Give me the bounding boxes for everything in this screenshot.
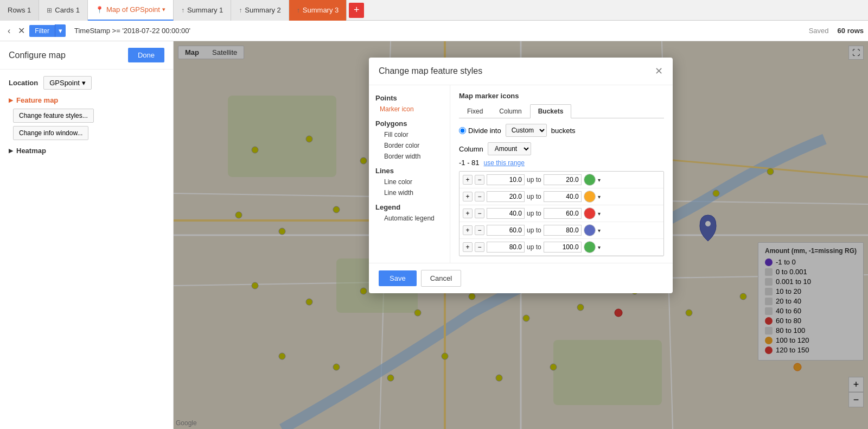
summary1-icon: ↑ bbox=[181, 7, 184, 14]
heatmap-section[interactable]: ▶ Heatmap bbox=[9, 147, 164, 155]
bucket-remove-1[interactable]: − bbox=[475, 175, 484, 185]
modal-close-button[interactable]: ✕ bbox=[655, 65, 663, 77]
bucket-remove-4[interactable]: − bbox=[475, 225, 484, 235]
border-width-item[interactable]: Border width bbox=[375, 152, 443, 161]
tab-fixed[interactable]: Fixed bbox=[459, 104, 491, 118]
divide-into-radio[interactable]: Divide into bbox=[459, 127, 501, 135]
modal: Change map feature styles ✕ Points Marke… bbox=[369, 58, 673, 293]
bucket-add-3[interactable]: + bbox=[463, 209, 473, 218]
bucket-from-5[interactable] bbox=[487, 242, 525, 253]
inner-tabs: Fixed Column Buckets bbox=[459, 104, 664, 118]
heatmap-label: Heatmap bbox=[16, 147, 46, 155]
nav-back-arrow[interactable]: ‹ bbox=[4, 26, 14, 36]
tab-cards[interactable]: ⊞ Cards 1 bbox=[39, 0, 88, 21]
bucket-color-dropdown-3[interactable]: ▾ bbox=[598, 211, 601, 217]
bucket-add-5[interactable]: + bbox=[463, 242, 473, 252]
change-feature-styles-button[interactable]: Change feature styles... bbox=[13, 109, 94, 123]
fill-color-item[interactable]: Fill color bbox=[375, 130, 443, 140]
close-button[interactable]: ✕ bbox=[18, 26, 25, 36]
modal-body: Points Marker icon Polygons Fill color B… bbox=[369, 85, 673, 263]
bucket-remove-5[interactable]: − bbox=[475, 242, 484, 252]
bucket-color-5[interactable] bbox=[584, 241, 596, 253]
bucket-color-2[interactable] bbox=[584, 191, 596, 203]
tab-summary1[interactable]: ↑ Summary 1 bbox=[174, 0, 231, 21]
summary2-icon: ↑ bbox=[239, 7, 242, 14]
tab-column[interactable]: Column bbox=[491, 104, 529, 118]
change-info-window-button[interactable]: Change info window... bbox=[13, 126, 88, 140]
bucket-from-2[interactable] bbox=[487, 191, 525, 202]
filter-dropdown-button[interactable]: ▾ bbox=[55, 24, 66, 37]
bucket-to-2[interactable] bbox=[544, 191, 582, 202]
gpspoint-dropdown[interactable]: GPSpoint ▾ bbox=[43, 76, 92, 90]
bucket-color-4[interactable] bbox=[584, 224, 596, 236]
tab-rows-label: Rows 1 bbox=[8, 6, 31, 14]
line-width-item[interactable]: Line width bbox=[375, 188, 443, 198]
bucket-from-3[interactable] bbox=[487, 208, 525, 219]
bucket-upto-label-1: up to bbox=[527, 176, 541, 184]
tab-summary2-label: Summary 2 bbox=[245, 6, 280, 14]
tab-summary2[interactable]: ↑ Summary 2 bbox=[231, 0, 289, 21]
buckets-label: buckets bbox=[551, 127, 576, 135]
divide-into-radio-input[interactable] bbox=[459, 127, 466, 134]
tab-map[interactable]: 📍 Map of GPSpoint ▾ bbox=[88, 0, 174, 21]
rows-count: 60 rows bbox=[838, 27, 864, 35]
bucket-list: + − up to ▾ + − bbox=[459, 171, 664, 256]
lines-title: Lines bbox=[375, 167, 443, 175]
bucket-add-1[interactable]: + bbox=[463, 175, 473, 185]
border-color-item[interactable]: Border color bbox=[375, 141, 443, 150]
custom-select[interactable]: Custom bbox=[506, 124, 547, 137]
filter-group: Filter ▾ bbox=[29, 24, 66, 37]
bucket-row-1: + − up to ▾ bbox=[459, 172, 663, 188]
bucket-to-1[interactable] bbox=[544, 174, 582, 185]
tab-buckets[interactable]: Buckets bbox=[530, 104, 572, 118]
bucket-color-dropdown-2[interactable]: ▾ bbox=[598, 194, 601, 200]
bucket-color-dropdown-5[interactable]: ▾ bbox=[598, 244, 601, 250]
feature-map-title: Feature map bbox=[16, 96, 58, 104]
location-label: Location bbox=[9, 79, 38, 87]
tab-summary3[interactable]: ↑ Summary 3 bbox=[289, 0, 347, 21]
bucket-from-4[interactable] bbox=[487, 225, 525, 236]
panel-content: Location GPSpoint ▾ ▶ Feature map Change… bbox=[0, 70, 173, 161]
modal-header: Change map feature styles ✕ bbox=[369, 58, 673, 85]
tab-rows[interactable]: Rows 1 bbox=[0, 0, 39, 21]
bucket-color-3[interactable] bbox=[584, 207, 596, 219]
bucket-to-4[interactable] bbox=[544, 225, 582, 236]
feature-buttons: Change feature styles... Change info win… bbox=[13, 109, 164, 140]
bucket-remove-3[interactable]: − bbox=[475, 209, 484, 218]
bucket-row-2: + − up to ▾ bbox=[459, 188, 663, 205]
bucket-color-dropdown-1[interactable]: ▾ bbox=[598, 177, 601, 183]
cards-icon: ⊞ bbox=[47, 7, 52, 14]
bucket-remove-2[interactable]: − bbox=[475, 192, 484, 201]
bucket-color-dropdown-4[interactable]: ▾ bbox=[598, 228, 601, 234]
tab-cards-label: Cards 1 bbox=[55, 6, 80, 14]
range-row: -1 - 81 use this range bbox=[459, 159, 664, 167]
feature-map-section[interactable]: ▶ Feature map bbox=[9, 96, 164, 104]
bucket-color-1[interactable] bbox=[584, 174, 596, 186]
add-tab-button[interactable]: + bbox=[349, 3, 364, 18]
modal-inner-title: Map marker icons bbox=[459, 92, 664, 100]
use-this-range-link[interactable]: use this range bbox=[484, 159, 525, 167]
automatic-legend-item[interactable]: Automatic legend bbox=[375, 213, 443, 223]
save-button[interactable]: Save bbox=[379, 270, 417, 286]
marker-icon-item[interactable]: Marker icon bbox=[375, 104, 443, 114]
bucket-add-4[interactable]: + bbox=[463, 225, 473, 235]
cancel-button[interactable]: Cancel bbox=[421, 270, 461, 287]
column-label: Column bbox=[459, 145, 483, 153]
polygons-title: Polygons bbox=[375, 119, 443, 128]
divide-into-row: Divide into Custom buckets bbox=[459, 124, 664, 137]
map-icon: 📍 bbox=[95, 6, 104, 14]
bucket-upto-label-5: up to bbox=[527, 243, 541, 251]
done-button[interactable]: Done bbox=[128, 48, 164, 62]
amount-select[interactable]: Amount bbox=[488, 142, 531, 155]
filter-button[interactable]: Filter bbox=[29, 25, 55, 37]
bucket-to-5[interactable] bbox=[544, 242, 582, 253]
gpspoint-arrow: ▾ bbox=[82, 79, 86, 87]
modal-sidebar: Points Marker icon Polygons Fill color B… bbox=[369, 85, 450, 263]
line-color-item[interactable]: Line color bbox=[375, 177, 443, 187]
map-dropdown-icon[interactable]: ▾ bbox=[162, 6, 165, 13]
bucket-to-3[interactable] bbox=[544, 208, 582, 219]
bucket-upto-label-3: up to bbox=[527, 210, 541, 217]
bucket-from-1[interactable] bbox=[487, 174, 525, 185]
bucket-add-2[interactable]: + bbox=[463, 192, 473, 201]
modal-content: Map marker icons Fixed Column Buckets Di… bbox=[450, 85, 673, 263]
